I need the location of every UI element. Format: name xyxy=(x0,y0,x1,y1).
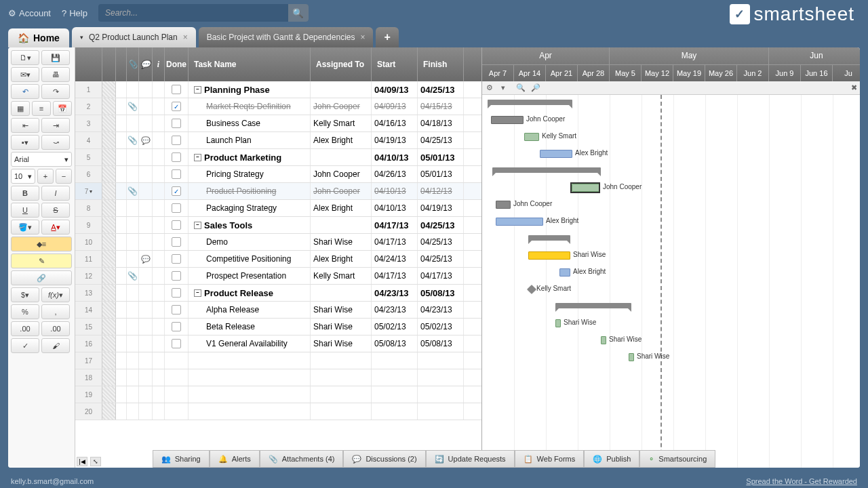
gantt-view-button[interactable]: ≡ xyxy=(32,101,51,116)
undo-button[interactable]: ↶ xyxy=(11,84,39,99)
task-cell[interactable]: Market Reqts Definition xyxy=(189,98,311,115)
search-button[interactable]: 🔍 xyxy=(288,4,309,22)
clip-icon[interactable]: 📎 xyxy=(127,102,138,111)
task-cell[interactable]: Launch Plan xyxy=(189,132,311,148)
task-cell[interactable] xyxy=(189,403,311,420)
assigned-cell[interactable] xyxy=(311,285,372,301)
table-row[interactable]: 12📎Prospect PresentationKelly Smart04/17… xyxy=(75,268,481,285)
start-cell[interactable]: 05/08/13 xyxy=(372,336,418,352)
col-assigned[interactable]: Assigned To xyxy=(311,47,372,81)
row-number[interactable]: 13 xyxy=(75,285,102,301)
assigned-cell[interactable]: Shari Wise xyxy=(311,234,372,250)
done-checkbox[interactable] xyxy=(172,322,181,331)
sheet-tab-active[interactable]: ▾Q2 Product Launch Plan× xyxy=(72,27,196,47)
gantt-bar[interactable] xyxy=(540,150,572,158)
start-cell[interactable]: 04/09/13 xyxy=(372,98,418,115)
assigned-cell[interactable]: Alex Bright xyxy=(311,200,372,216)
finish-cell[interactable] xyxy=(418,352,464,369)
task-cell[interactable]: −Product Release xyxy=(189,285,311,301)
clip-icon[interactable]: 📎 xyxy=(127,271,138,281)
finish-cell[interactable]: 04/15/13 xyxy=(418,98,464,115)
home-tab[interactable]: 🏠Home xyxy=(8,28,69,47)
done-checkbox[interactable] xyxy=(172,237,181,247)
finish-cell[interactable]: 04/25/13 xyxy=(418,81,464,98)
table-row[interactable]: 17 xyxy=(75,352,481,369)
gantt-bar[interactable] xyxy=(496,218,543,226)
table-row[interactable]: 14Alpha ReleaseShari Wise04/23/1304/23/1… xyxy=(75,302,481,319)
assigned-cell[interactable] xyxy=(311,352,372,369)
row-number[interactable]: 9 xyxy=(75,217,102,233)
close-icon[interactable]: × xyxy=(360,33,365,42)
save-button[interactable]: 🗋▾ xyxy=(11,50,39,65)
smartsourcing-tab[interactable]: ⚬Smartsourcing xyxy=(639,450,715,468)
gantt-bar[interactable] xyxy=(488,100,572,105)
start-cell[interactable]: 04/24/13 xyxy=(372,251,418,267)
done-checkbox[interactable]: ✓ xyxy=(172,186,181,196)
assigned-cell[interactable]: Alex Bright xyxy=(311,132,372,148)
finish-cell[interactable]: 04/25/13 xyxy=(418,132,464,148)
font-select[interactable]: Arial▾ xyxy=(11,152,72,167)
zoom-out-icon[interactable]: 🔍 xyxy=(516,83,526,93)
grid-view-button[interactable]: ▦ xyxy=(11,101,30,116)
sheet-tab-inactive[interactable]: Basic Project with Gantt & Dependencies× xyxy=(199,27,374,47)
filter-button[interactable]: ⤻ xyxy=(41,135,70,150)
table-row[interactable]: 3Business CaseKelly Smart04/16/1304/18/1… xyxy=(75,115,481,132)
finish-cell[interactable]: 04/17/13 xyxy=(418,268,464,284)
conditional-format-button[interactable]: ◆≡ xyxy=(11,237,72,251)
clip-icon[interactable]: 📎 xyxy=(127,136,138,145)
finish-cell[interactable]: 05/01/13 xyxy=(418,149,464,165)
currency-button[interactable]: $▾ xyxy=(11,287,39,302)
task-cell[interactable]: −Product Marketing xyxy=(189,149,311,165)
table-row[interactable]: 11💬Competitive PositioningAlex Bright04/… xyxy=(75,251,481,268)
assigned-cell[interactable] xyxy=(311,81,372,98)
finish-cell[interactable] xyxy=(418,403,464,420)
gantt-bar[interactable] xyxy=(491,116,524,124)
gantt-bar[interactable] xyxy=(528,251,570,260)
row-number[interactable]: 7▾ xyxy=(75,183,102,199)
done-checkbox[interactable] xyxy=(172,220,181,230)
assigned-cell[interactable] xyxy=(311,369,372,386)
link-button[interactable]: 🔗 xyxy=(11,270,72,285)
fontsize-select[interactable]: 10▾ xyxy=(11,169,35,184)
task-cell[interactable]: Beta Release xyxy=(189,319,311,335)
table-row[interactable]: 15Beta ReleaseShari Wise05/02/1305/02/13 xyxy=(75,319,481,336)
row-number[interactable]: 15 xyxy=(75,319,102,335)
assigned-cell[interactable]: John Cooper xyxy=(311,98,372,115)
start-cell[interactable]: 04/10/13 xyxy=(372,183,418,199)
assigned-cell[interactable]: John Cooper xyxy=(311,183,372,199)
add-tab-button[interactable]: + xyxy=(376,27,398,47)
close-icon[interactable]: × xyxy=(183,33,188,42)
assigned-cell[interactable]: Kelly Smart xyxy=(311,115,372,131)
fillcolor-button[interactable]: 🪣▾ xyxy=(11,220,39,235)
attachments-tab[interactable]: 📎Attachments (4) xyxy=(260,450,344,468)
gantt-bar[interactable] xyxy=(492,167,601,173)
comment-icon[interactable]: 💬 xyxy=(141,255,151,264)
table-row[interactable]: 19 xyxy=(75,386,481,403)
done-checkbox[interactable] xyxy=(172,136,181,145)
webforms-tab[interactable]: 📋Web Forms xyxy=(515,450,585,468)
done-checkbox[interactable]: ✓ xyxy=(172,102,181,111)
task-cell[interactable]: Packaging Strategy xyxy=(189,200,311,216)
finish-cell[interactable]: 04/19/13 xyxy=(418,200,464,216)
assigned-cell[interactable]: Shari Wise xyxy=(311,319,372,335)
finish-cell[interactable]: 05/08/13 xyxy=(418,285,464,301)
decrease-font-button[interactable]: − xyxy=(56,169,72,184)
assigned-cell[interactable]: Shari Wise xyxy=(311,302,372,318)
table-row[interactable]: 16V1 General AvailabilityShari Wise05/08… xyxy=(75,336,481,352)
row-number[interactable]: 5 xyxy=(75,149,102,165)
row-number[interactable]: 8 xyxy=(75,200,102,216)
comment-icon[interactable]: 💬 xyxy=(141,136,151,145)
save-disk-button[interactable]: 💾 xyxy=(41,50,70,65)
gantt-bar[interactable] xyxy=(601,336,606,344)
done-checkbox[interactable] xyxy=(172,152,181,162)
finish-cell[interactable]: 04/18/13 xyxy=(418,115,464,131)
assigned-cell[interactable]: Kelly Smart xyxy=(311,268,372,284)
row-number[interactable]: 11 xyxy=(75,251,102,267)
start-cell[interactable]: 04/10/13 xyxy=(372,200,418,216)
done-checkbox[interactable] xyxy=(172,203,181,213)
table-row[interactable]: 7▾📎✓Product PositioningJohn Cooper04/10/… xyxy=(75,183,481,200)
chevron-down-icon[interactable]: ▾ xyxy=(501,83,511,93)
outdent-button[interactable]: ⇥ xyxy=(41,118,70,133)
close-icon[interactable]: ✖ xyxy=(851,83,860,93)
task-cell[interactable] xyxy=(189,386,311,403)
